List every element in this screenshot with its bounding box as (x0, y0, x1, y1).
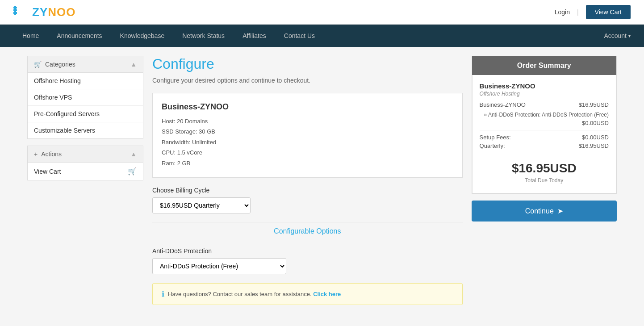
right-panel: Order Summary Business-ZYNOO Offshore Ho… (472, 56, 617, 305)
order-summary-body: Business-ZYNOO Offshore Hosting Business… (472, 75, 616, 193)
actions-collapse-icon[interactable]: ▲ (130, 150, 137, 158)
categories-header-left: 🛒 Categories (34, 61, 75, 68)
actions-label: Actions (41, 150, 62, 158)
view-cart-label: View Cart (34, 168, 61, 175)
logo: ZYNOO (13, 5, 75, 19)
anti-ddos-label: Anti-DDoS Protection (152, 247, 463, 255)
summary-product-name: Business-ZYNOO (480, 82, 609, 90)
product-specs: Host: 20 Domains SSD Storage: 30 GB Band… (162, 116, 453, 168)
cart-icon: 🛒 (34, 61, 42, 68)
billing-select[interactable]: $16.95USD Quarterly $5.95USD Monthly $47… (152, 197, 251, 213)
configurable-options-title: Configurable Options (152, 222, 463, 240)
summary-setup-fees: Setup Fees: $0.00USD (480, 134, 609, 141)
quarterly-value: $16.95USD (579, 142, 609, 149)
summary-addon-line: » Anti-DDoS Protection: Anti-DDoS Protec… (480, 112, 609, 118)
nav-item-knowledgebase[interactable]: Knowledgebase (111, 25, 174, 47)
help-banner: ℹ Have questions? Contact our sales team… (152, 283, 463, 305)
nav-item-network-status[interactable]: Network Status (173, 25, 234, 47)
page-subtitle: Configure your desired options and conti… (152, 77, 463, 84)
anti-ddos-section: Anti-DDoS Protection Anti-DDoS Protectio… (152, 247, 463, 274)
actions-section: + Actions ▲ View Cart 🛒 (27, 146, 143, 180)
spec-bandwidth: Bandwidth: Unlimited (162, 137, 453, 147)
setup-fees-label: Setup Fees: (480, 134, 511, 141)
summary-product-category: Offshore Hosting (480, 91, 609, 97)
summary-product-label: Business-ZYNOO (480, 101, 526, 108)
logo-icon (13, 6, 29, 18)
header-right: Login | View Cart (555, 5, 631, 19)
anti-ddos-select[interactable]: Anti-DDoS Protection (Free) Anti-DDoS Pr… (152, 258, 286, 274)
summary-total-amount: $16.95USD (480, 161, 609, 176)
help-link[interactable]: Click here (313, 291, 341, 297)
setup-fees-value: $0.00USD (582, 134, 609, 141)
content: Configure Configure your desired options… (152, 56, 463, 305)
order-summary-header: Order Summary (472, 56, 616, 75)
plus-icon: + (34, 150, 38, 158)
page-title: Configure (152, 56, 463, 72)
svg-rect-5 (14, 11, 16, 15)
sidebar-item-customizable-servers[interactable]: Customizable Servers (28, 122, 143, 138)
spec-storage: SSD Storage: 30 GB (162, 126, 453, 137)
sidebar-item-offshore-hosting[interactable]: Offshore Hosting (28, 73, 143, 89)
categories-header: 🛒 Categories ▲ (28, 56, 143, 73)
continue-button[interactable]: Continue ➤ (472, 201, 617, 222)
main-nav: Home Announcements Knowledgebase Network… (0, 25, 644, 47)
arrow-right-icon: ➤ (557, 207, 563, 215)
nav-account[interactable]: Account ▾ (604, 32, 631, 39)
actions-header: + Actions ▲ (28, 146, 143, 163)
help-text: Have questions? Contact our sales team f… (168, 291, 341, 297)
cart-icon-small: 🛒 (128, 167, 137, 176)
spec-host: Host: 20 Domains (162, 116, 453, 126)
top-header: ZYNOO Login | View Cart (0, 0, 644, 25)
summary-total: $16.95USD Total Due Today (480, 157, 609, 186)
sidebar-item-offshore-vps[interactable]: Offshore VPS (28, 89, 143, 106)
quarterly-label: Quarterly: (480, 142, 505, 149)
main-container: 🛒 Categories ▲ Offshore Hosting Offshore… (14, 47, 630, 314)
login-link[interactable]: Login (555, 8, 570, 16)
sidebar-item-view-cart[interactable]: View Cart 🛒 (28, 163, 143, 180)
summary-addon-price: $0.00USD (480, 120, 609, 126)
actions-header-left: + Actions (34, 150, 62, 158)
info-icon: ℹ (162, 290, 164, 298)
summary-product-price: $16.95USD (579, 101, 609, 108)
collapse-icon[interactable]: ▲ (130, 61, 137, 68)
continue-label: Continue (525, 207, 554, 215)
billing-section: Choose Billing Cycle $16.95USD Quarterly… (152, 187, 463, 213)
sidebar: 🛒 Categories ▲ Offshore Hosting Offshore… (27, 56, 143, 305)
summary-divider-2 (480, 153, 609, 153)
logo-text: ZYNOO (32, 5, 75, 19)
nav-item-contact-us[interactable]: Contact Us (275, 25, 324, 47)
summary-total-label: Total Due Today (480, 177, 609, 184)
spec-ram: Ram: 2 GB (162, 158, 453, 168)
summary-quarterly: Quarterly: $16.95USD (480, 142, 609, 149)
nav-item-affiliates[interactable]: Affiliates (234, 25, 275, 47)
account-label: Account (604, 32, 627, 39)
categories-section: 🛒 Categories ▲ Offshore Hosting Offshore… (27, 56, 143, 139)
view-cart-button-top[interactable]: View Cart (586, 5, 631, 19)
summary-product-line: Business-ZYNOO $16.95USD (480, 101, 609, 110)
nav-item-home[interactable]: Home (13, 25, 48, 47)
summary-divider (480, 130, 609, 130)
sidebar-item-pre-configured-servers[interactable]: Pre-Configured Servers (28, 106, 143, 122)
nav-items: Home Announcements Knowledgebase Network… (13, 25, 604, 47)
product-card: Business-ZYNOO Host: 20 Domains SSD Stor… (152, 93, 463, 178)
spec-cpu: CPU: 1.5 vCore (162, 147, 453, 158)
chevron-down-icon: ▾ (628, 33, 631, 38)
order-summary-card: Order Summary Business-ZYNOO Offshore Ho… (472, 56, 617, 194)
product-name: Business-ZYNOO (162, 102, 453, 112)
categories-label: Categories (45, 61, 75, 68)
nav-item-announcements[interactable]: Announcements (48, 25, 111, 47)
billing-label: Choose Billing Cycle (152, 187, 463, 194)
